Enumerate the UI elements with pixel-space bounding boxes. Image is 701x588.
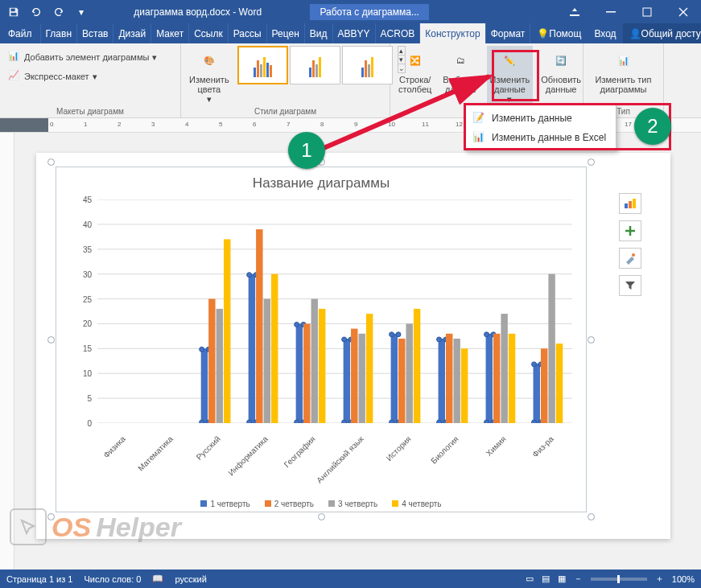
svg-rect-2 xyxy=(570,14,579,16)
svg-rect-71 xyxy=(534,364,540,423)
tab-acrobat[interactable]: ACROB xyxy=(376,23,421,43)
status-page[interactable]: Страница 1 из 1 xyxy=(6,574,72,584)
tab-review[interactable]: Рецен xyxy=(267,23,305,43)
svg-rect-69 xyxy=(501,314,507,423)
edit-data-dropdown: 📝Изменить данные 📊Изменить данные в Exce… xyxy=(465,105,616,151)
svg-rect-31 xyxy=(296,323,303,423)
svg-rect-68 xyxy=(493,334,500,423)
svg-rect-63 xyxy=(486,334,493,423)
style-thumb[interactable] xyxy=(237,46,288,84)
svg-rect-28 xyxy=(256,229,262,423)
svg-rect-21 xyxy=(216,309,223,423)
svg-rect-60 xyxy=(446,334,452,423)
chart-title[interactable]: Название диаграммы xyxy=(56,167,586,195)
svg-point-49 xyxy=(396,332,401,337)
ribbon-options-icon[interactable] xyxy=(556,0,592,23)
chart-legend[interactable]: 1 четверть2 четверть3 четверть4 четверть xyxy=(56,500,586,508)
page: Название диаграммы 051015202530354045 Фи… xyxy=(36,153,670,539)
status-words[interactable]: Число слов: 0 xyxy=(84,574,141,584)
ruler-vertical[interactable] xyxy=(0,133,14,569)
svg-rect-22 xyxy=(224,239,230,423)
redo-icon[interactable] xyxy=(48,2,69,22)
svg-point-26 xyxy=(247,420,252,423)
ribbon-tabs: Файл Главн Встав Дизай Макет Ссылк Рассы… xyxy=(0,23,701,43)
svg-rect-80 xyxy=(629,201,632,208)
svg-rect-39 xyxy=(344,339,350,423)
svg-point-40 xyxy=(342,337,347,342)
svg-rect-20 xyxy=(208,299,215,423)
menu-edit-data-excel[interactable]: 📊Изменить данные в Excel xyxy=(466,128,616,147)
svg-rect-79 xyxy=(625,204,628,208)
tab-view[interactable]: Вид xyxy=(305,23,333,43)
status-spellcheck-icon[interactable]: 📖 xyxy=(152,574,163,584)
select-data-button[interactable]: 🗂Выбрать данные xyxy=(439,46,481,96)
style-thumb[interactable] xyxy=(342,46,393,84)
save-icon[interactable] xyxy=(3,2,24,22)
chart-styles-icon[interactable] xyxy=(619,248,641,269)
add-chart-element-button[interactable]: 📊Добавить элемент диаграммы ▾ xyxy=(5,49,160,65)
view-read-icon[interactable]: ▭ xyxy=(526,574,534,584)
svg-point-64 xyxy=(485,332,489,337)
status-language[interactable]: русский xyxy=(175,574,206,584)
minimize-icon[interactable] xyxy=(592,0,629,23)
contextual-tab-label: Работа с диаграмма... xyxy=(310,4,429,20)
svg-rect-29 xyxy=(264,299,270,423)
express-layout-button[interactable]: 📈Экспресс-макет ▾ xyxy=(5,68,101,84)
svg-point-34 xyxy=(295,420,299,423)
tell-me[interactable]: 💡 Помощ xyxy=(530,23,588,43)
svg-rect-4 xyxy=(643,8,651,16)
switch-row-column-button[interactable]: 🔀Строка/столбец xyxy=(395,46,435,96)
edit-data-button[interactable]: ✏️Изменить данные ▾ xyxy=(487,46,534,105)
tab-file[interactable]: Файл xyxy=(0,23,41,43)
style-thumb[interactable] xyxy=(290,46,340,84)
maximize-icon[interactable] xyxy=(629,0,665,23)
view-web-icon[interactable]: ▦ xyxy=(558,574,566,584)
zoom-in-icon[interactable]: ＋ xyxy=(655,573,664,585)
zoom-value[interactable]: 100% xyxy=(672,574,695,584)
close-icon[interactable] xyxy=(665,0,701,23)
login-button[interactable]: Вход xyxy=(588,23,622,43)
svg-rect-15 xyxy=(201,348,208,423)
chart-add-icon[interactable] xyxy=(619,220,641,241)
tab-home[interactable]: Главн xyxy=(41,23,78,43)
svg-rect-3 xyxy=(606,11,616,13)
change-chart-type-button[interactable]: 📊Изменить тип диаграммы xyxy=(588,46,658,96)
svg-rect-23 xyxy=(249,274,255,423)
chart-filter-icon[interactable] xyxy=(619,275,641,296)
svg-point-58 xyxy=(437,420,442,423)
svg-rect-44 xyxy=(351,329,357,423)
change-colors-button[interactable]: 🎨Изменить цвета▾ xyxy=(186,46,233,105)
tab-mailings[interactable]: Рассы xyxy=(229,23,267,43)
refresh-data-button[interactable]: 🔄Обновить данные xyxy=(538,46,584,96)
share-button[interactable]: 👤 Общий доступ xyxy=(623,23,701,43)
tab-insert[interactable]: Встав xyxy=(77,23,113,43)
document-area: Название диаграммы 051015202530354045 Фи… xyxy=(0,133,701,569)
view-print-icon[interactable]: ▤ xyxy=(542,574,550,584)
svg-point-66 xyxy=(485,420,489,423)
chart-object[interactable]: Название диаграммы 051015202530354045 Фи… xyxy=(56,167,587,512)
svg-point-16 xyxy=(200,347,204,352)
svg-rect-0 xyxy=(11,8,15,11)
chart-elements-icon[interactable] xyxy=(619,193,641,214)
svg-rect-46 xyxy=(366,314,373,423)
tab-layout[interactable]: Макет xyxy=(151,23,189,43)
tab-abbyy[interactable]: ABBYY xyxy=(333,23,376,43)
svg-rect-54 xyxy=(414,309,420,423)
tab-design[interactable]: Дизай xyxy=(113,23,151,43)
tab-constructor[interactable]: Конструктор xyxy=(420,23,485,43)
menu-edit-data[interactable]: 📝Изменить данные xyxy=(466,109,616,128)
tab-format[interactable]: Формат xyxy=(486,23,531,43)
svg-point-72 xyxy=(532,362,537,367)
status-bar: Страница 1 из 1 Число слов: 0 📖 русский … xyxy=(0,569,701,588)
zoom-out-icon[interactable]: － xyxy=(574,573,583,585)
chart-styles-gallery[interactable] xyxy=(237,46,393,84)
group-layouts-label: Макеты диаграмм xyxy=(5,105,175,117)
svg-rect-53 xyxy=(406,323,412,423)
chart-plot-area[interactable]: 051015202530354045 xyxy=(97,199,573,423)
svg-point-82 xyxy=(632,253,635,257)
svg-rect-70 xyxy=(509,334,515,423)
undo-icon[interactable] xyxy=(26,2,47,22)
svg-rect-61 xyxy=(453,339,460,423)
qat-more-icon[interactable]: ▾ xyxy=(71,2,92,22)
tab-references[interactable]: Ссылк xyxy=(189,23,229,43)
